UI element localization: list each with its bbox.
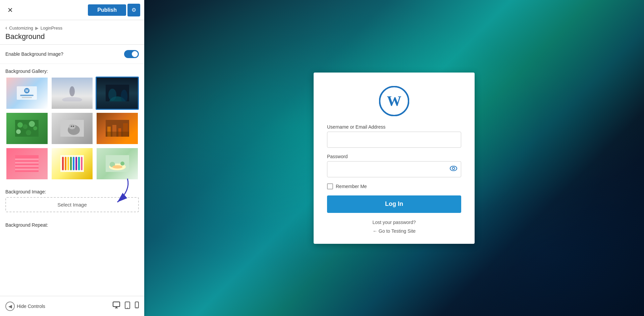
settings-button[interactable]: ⚙ bbox=[127, 4, 140, 16]
preview-area: W Username or Email Address Password bbox=[144, 0, 644, 316]
svg-point-55 bbox=[127, 308, 128, 308]
form-links: Lost your password? ← Go to Testing Site bbox=[327, 220, 461, 234]
hide-controls-label: Hide Controls bbox=[17, 304, 45, 309]
svg-point-22 bbox=[69, 124, 75, 129]
enable-bg-toggle[interactable] bbox=[124, 50, 139, 58]
remember-me-checkbox[interactable] bbox=[327, 183, 333, 189]
wordpress-logo: W bbox=[379, 86, 409, 116]
svg-point-14 bbox=[17, 122, 23, 128]
select-image-button[interactable]: Select Image bbox=[5, 197, 139, 212]
login-button[interactable]: Log In bbox=[327, 195, 461, 213]
svg-point-17 bbox=[33, 126, 37, 130]
svg-text:W: W bbox=[25, 89, 29, 93]
svg-point-61 bbox=[450, 166, 457, 171]
background-preview: W Username or Email Address Password bbox=[144, 0, 644, 316]
close-button[interactable]: ✕ bbox=[4, 4, 16, 16]
gallery-grid: W bbox=[0, 77, 144, 184]
bg-image-section-label: Background Image: bbox=[0, 184, 144, 197]
svg-rect-33 bbox=[15, 162, 39, 164]
svg-point-62 bbox=[452, 167, 455, 170]
svg-rect-40 bbox=[70, 157, 72, 170]
gallery-thumb-1: W bbox=[6, 78, 48, 109]
enable-bg-label: Enable Background Image? bbox=[5, 51, 63, 57]
panel-content[interactable]: Enable Background Image? Background Gall… bbox=[0, 45, 144, 296]
wp-logo: W bbox=[327, 86, 461, 116]
remember-me-row: Remember Me bbox=[327, 183, 461, 189]
hide-controls-arrow-icon: ◀ bbox=[5, 302, 15, 311]
gallery-item-8[interactable] bbox=[51, 147, 94, 180]
svg-point-7 bbox=[69, 86, 75, 96]
select-image-area: Select Image bbox=[0, 197, 144, 212]
svg-text:W: W bbox=[387, 93, 401, 108]
gallery-thumb-3 bbox=[97, 78, 138, 109]
svg-rect-39 bbox=[67, 157, 69, 170]
gallery-thumb-8 bbox=[52, 148, 93, 179]
username-input[interactable] bbox=[327, 132, 461, 148]
publish-area: Publish ⚙ bbox=[88, 4, 140, 16]
svg-rect-44 bbox=[81, 157, 83, 170]
svg-point-23 bbox=[71, 126, 72, 127]
svg-rect-43 bbox=[78, 157, 80, 170]
lost-password-link[interactable]: Lost your password? bbox=[372, 220, 416, 225]
gallery-item-3[interactable] bbox=[96, 77, 139, 110]
svg-rect-32 bbox=[15, 159, 39, 160]
svg-rect-35 bbox=[15, 169, 39, 170]
username-label: Username or Email Address bbox=[327, 124, 461, 130]
password-label: Password bbox=[327, 154, 461, 159]
svg-rect-51 bbox=[113, 302, 120, 307]
breadcrumb-customizing[interactable]: Customizing bbox=[9, 26, 33, 31]
svg-rect-38 bbox=[65, 157, 66, 170]
gear-icon: ⚙ bbox=[131, 7, 136, 13]
svg-rect-42 bbox=[75, 157, 77, 170]
gallery-item-5[interactable] bbox=[51, 112, 94, 145]
svg-point-49 bbox=[112, 165, 122, 169]
password-input[interactable] bbox=[327, 161, 461, 177]
svg-point-16 bbox=[29, 121, 35, 127]
svg-point-15 bbox=[23, 124, 28, 129]
gallery-item-1[interactable]: W bbox=[5, 77, 49, 110]
remember-me-label: Remember Me bbox=[336, 184, 367, 189]
svg-rect-4 bbox=[20, 95, 34, 96]
svg-point-11 bbox=[108, 89, 116, 101]
device-icons-group bbox=[113, 302, 139, 311]
publish-button[interactable]: Publish bbox=[88, 4, 126, 16]
password-wrap bbox=[327, 161, 461, 177]
gallery-thumb-4 bbox=[6, 113, 48, 144]
svg-point-19 bbox=[26, 130, 31, 135]
desktop-icon[interactable] bbox=[113, 302, 120, 311]
tablet-icon[interactable] bbox=[125, 302, 130, 311]
back-arrow-icon: ‹ bbox=[5, 25, 7, 31]
svg-rect-30 bbox=[106, 132, 129, 137]
login-box: W Username or Email Address Password bbox=[314, 73, 475, 244]
breadcrumb-separator: ▶ bbox=[35, 26, 39, 31]
svg-rect-36 bbox=[60, 155, 84, 172]
gallery-item-9[interactable] bbox=[96, 147, 139, 180]
show-password-icon[interactable] bbox=[450, 166, 457, 173]
gallery-item-6[interactable] bbox=[96, 112, 139, 145]
bg-repeat-section-label: Background Repeat: bbox=[0, 218, 144, 230]
toggle-knob bbox=[132, 51, 138, 57]
svg-point-24 bbox=[73, 126, 74, 127]
gallery-item-4[interactable] bbox=[5, 112, 49, 145]
gallery-thumb-7 bbox=[6, 148, 48, 179]
mobile-icon[interactable] bbox=[135, 302, 139, 311]
goto-testing-link[interactable]: ← Go to Testing Site bbox=[373, 228, 416, 234]
svg-point-48 bbox=[120, 162, 124, 166]
gallery-thumb-9 bbox=[97, 148, 138, 179]
hide-controls-button[interactable]: ◀ Hide Controls bbox=[5, 302, 45, 311]
gallery-item-7[interactable] bbox=[5, 147, 49, 180]
gallery-thumb-2 bbox=[52, 78, 93, 109]
breadcrumb-section[interactable]: LoginPress bbox=[41, 26, 62, 31]
bottom-bar: ◀ Hide Controls bbox=[0, 296, 144, 316]
svg-rect-37 bbox=[62, 157, 64, 170]
svg-rect-41 bbox=[73, 157, 74, 170]
svg-point-8 bbox=[62, 97, 82, 101]
gallery-thumb-6 bbox=[97, 113, 138, 144]
gallery-item-2[interactable] bbox=[51, 77, 94, 110]
svg-point-18 bbox=[16, 129, 21, 134]
svg-rect-34 bbox=[15, 165, 39, 167]
gallery-section-label: Background Gallery: bbox=[0, 64, 144, 77]
back-nav[interactable]: ‹ Customizing ▶ LoginPress bbox=[5, 25, 139, 31]
svg-point-57 bbox=[137, 307, 137, 308]
top-bar: ✕ Publish ⚙ bbox=[0, 0, 144, 20]
